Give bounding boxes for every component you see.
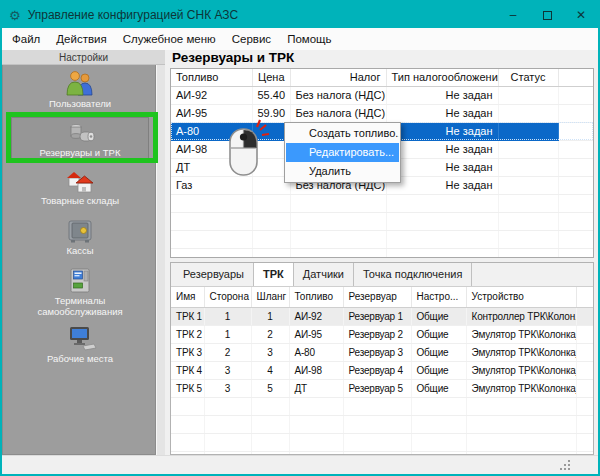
col-header-tax-type[interactable]: Тип налогообложения — [386, 69, 498, 86]
col-header-device[interactable]: Устройство — [466, 287, 576, 307]
minimize-button[interactable]: – — [496, 2, 530, 28]
fuel-table-header: Топливо Цена Налог Тип налогообложения С… — [171, 69, 593, 86]
resize-grip-icon[interactable] — [558, 460, 570, 470]
col-header-reservoir[interactable]: Резервуар — [343, 287, 411, 307]
sidebar-item-warehouses[interactable]: Товарные склады — [3, 169, 157, 206]
empty-row — [171, 397, 593, 415]
sidebar-item-label: Терминалы самообслуживания — [25, 295, 135, 317]
terminal-icon — [67, 268, 93, 293]
tab-connection-point[interactable]: Точка подключения — [354, 263, 472, 286]
sidebar-item-label: Рабочие места — [25, 353, 135, 364]
highlight-annotation-box — [6, 112, 158, 163]
trk-row[interactable]: ТРК 5 3 5 ДТ Резервуар 5 Общие Эмулятор … — [171, 379, 593, 397]
trk-row[interactable]: ТРК 3 2 3 А-80 Резервуар 3 Общие Эмулято… — [171, 343, 593, 361]
empty-row — [171, 433, 593, 451]
col-header-fuel[interactable]: Топливо — [289, 287, 343, 307]
menu-bar: Файл Действия Служебное меню Сервис Помо… — [2, 28, 598, 50]
fuel-row[interactable]: АИ-92 55.40 Без налога (НДС) Не задан — [171, 86, 593, 104]
menu-help[interactable]: Помощь — [279, 30, 339, 48]
sidebar-item-label: Кассы — [25, 245, 135, 256]
sidebar-item-terminals[interactable]: Терминалы самообслуживания — [3, 268, 157, 317]
context-menu-item-delete[interactable]: Удалить — [286, 162, 399, 181]
title-bar: ⚙ Управление конфигурацией СНК АЗС – ✕ — [2, 2, 598, 28]
sidebar-item-cash[interactable]: Кассы — [3, 219, 157, 256]
col-header-hose[interactable]: Шланг — [251, 287, 289, 307]
mouse-icon — [226, 117, 272, 181]
col-header-filler — [558, 69, 593, 86]
col-header-filler — [576, 287, 593, 307]
maximize-icon — [543, 11, 552, 20]
col-header-side[interactable]: Сторона — [204, 287, 251, 307]
context-menu-item-create-fuel[interactable]: Создать топливо... — [286, 124, 399, 143]
menu-file[interactable]: Файл — [4, 30, 48, 48]
sidebar-item-workstations[interactable]: Рабочие места — [3, 326, 157, 364]
details-panel: Резервуары ТРК Датчики Точка подключения… — [170, 262, 594, 455]
window-title: Управление конфигурацией СНК АЗС — [28, 8, 239, 22]
menu-service[interactable]: Сервис — [224, 30, 279, 48]
empty-row — [171, 230, 593, 248]
menu-service-menu[interactable]: Служебное меню — [115, 30, 224, 48]
maximize-button[interactable] — [530, 2, 564, 28]
col-header-name[interactable]: Имя — [171, 287, 204, 307]
trk-row[interactable]: ТРК 4 3 4 АИ-98 Резервуар 4 Общие Эмулят… — [171, 361, 593, 379]
app-gear-icon: ⚙ — [9, 9, 21, 22]
empty-row — [171, 415, 593, 433]
sidebar-item-users[interactable]: Пользователи — [3, 71, 157, 109]
close-button[interactable]: ✕ — [564, 2, 598, 28]
empty-row — [171, 212, 593, 230]
sidebar-item-label: Товарные склады — [25, 195, 135, 206]
empty-row — [171, 248, 593, 258]
cash-safe-icon — [66, 219, 94, 243]
tab-sensors[interactable]: Датчики — [294, 263, 354, 286]
empty-row — [171, 194, 593, 212]
page-title: Резервуары и ТРК — [172, 50, 294, 65]
trk-table-header: Имя Сторона Шланг Топливо Резервуар Наст… — [171, 287, 593, 307]
tab-reservoirs[interactable]: Резервуары — [174, 263, 254, 286]
context-menu: Создать топливо... Редактировать... Удал… — [284, 122, 401, 183]
col-header-fuel[interactable]: Топливо — [171, 69, 252, 86]
status-bar — [2, 455, 598, 474]
mouse-click-annotation — [226, 117, 272, 185]
sidebar-header: Настройки — [2, 50, 165, 65]
menu-actions[interactable]: Действия — [48, 30, 114, 48]
users-icon — [64, 71, 96, 96]
trk-table: Имя Сторона Шланг Топливо Резервуар Наст… — [171, 287, 593, 455]
col-header-settings[interactable]: Настро... — [411, 287, 466, 307]
details-tabs: Резервуары ТРК Датчики Точка подключения — [171, 263, 593, 287]
warehouse-icon — [64, 169, 96, 193]
trk-row[interactable]: ТРК 2 1 2 АИ-95 Резервуар 2 Общие Эмулят… — [171, 325, 593, 343]
window-controls: – ✕ — [496, 2, 598, 28]
workstation-icon — [63, 326, 97, 351]
trk-row-selected[interactable]: ТРК 1 1 1 АИ-92 Резервуар 1 Общие Контро… — [171, 307, 593, 325]
tab-trk[interactable]: ТРК — [253, 263, 294, 286]
col-header-tax[interactable]: Налог — [290, 69, 386, 86]
sidebar-item-label: Пользователи — [25, 98, 135, 109]
col-header-status[interactable]: Статус — [498, 69, 558, 86]
app-window: ⚙ Управление конфигурацией СНК АЗС – ✕ Ф… — [0, 0, 600, 476]
context-menu-item-edit[interactable]: Редактировать... — [286, 143, 399, 162]
col-header-price[interactable]: Цена — [252, 69, 290, 86]
